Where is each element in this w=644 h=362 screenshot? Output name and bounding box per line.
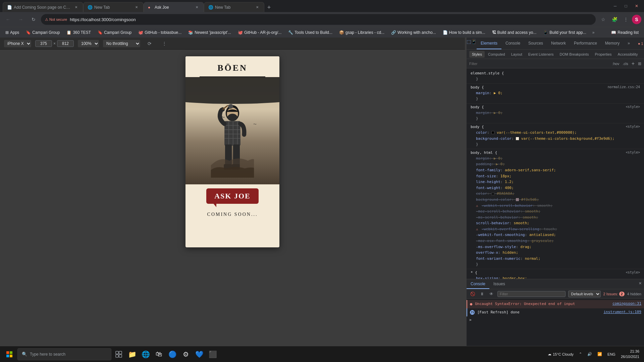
bookmark-howto[interactable]: 📄 How to build a sim... <box>440 29 488 36</box>
settings-button[interactable]: ⋮ <box>621 14 631 25</box>
prop-value: : smooth; <box>533 203 553 208</box>
forward-button[interactable]: → <box>15 14 26 25</box>
sub-tab-styles[interactable]: Styles <box>469 51 485 58</box>
extensions-button[interactable]: 🧩 <box>609 14 620 25</box>
tray-weather[interactable]: ☁ 15°C Cloudy <box>546 351 576 358</box>
close-console[interactable]: ✕ <box>636 279 644 287</box>
throttle-select[interactable]: No throttling <box>103 40 140 47</box>
sub-tab-computed[interactable]: Computed <box>485 51 508 58</box>
bookmark-360test-label: 360 TEST <box>73 30 91 35</box>
new-tab-button[interactable]: + <box>264 3 274 12</box>
filter-input[interactable] <box>469 62 610 66</box>
start-button[interactable] <box>3 348 16 361</box>
bookmark-apps[interactable]: ⊞ Apps <box>3 29 22 36</box>
profile-avatar[interactable]: S <box>632 15 641 24</box>
taskbar-search[interactable]: 🔍 Type here to search <box>17 348 111 360</box>
device-select[interactable]: iPhone X <box>4 40 31 47</box>
error-badge[interactable]: ● 1 <box>637 40 644 48</box>
console-pause[interactable]: ⏸ <box>479 291 485 297</box>
bookmark-gsap[interactable]: 📦 gsap - Libraries - cd... <box>336 29 387 36</box>
tab-2-close[interactable]: ✕ <box>134 5 139 10</box>
taskbar-edge[interactable]: 🌐 <box>140 348 152 360</box>
tray-icons[interactable]: ⌃ <box>577 351 584 358</box>
tab-performance[interactable]: Performance <box>570 38 601 49</box>
console-clear[interactable]: 🚫 <box>469 291 476 297</box>
tab-sources[interactable]: Sources <box>524 38 547 49</box>
tab-1-close[interactable]: ✕ <box>73 5 79 10</box>
device-icon[interactable]: 📱 <box>471 38 477 46</box>
tab-3-close[interactable]: ✕ <box>194 5 200 10</box>
console-tab-issues[interactable]: Issues <box>489 279 509 289</box>
close-button[interactable]: ✕ <box>632 1 641 11</box>
console-filter-input[interactable] <box>497 291 566 297</box>
taskbar-vscode[interactable]: 💙 <box>193 348 205 360</box>
bookmark-anchor[interactable]: 🔗 Working with ancho... <box>388 29 439 36</box>
console-tab-console[interactable]: Console <box>467 279 489 289</box>
height-input[interactable] <box>57 40 74 47</box>
maximize-button[interactable]: □ <box>621 1 631 11</box>
bookmark-newest[interactable]: 📚 Newest 'javascript'... <box>185 29 234 36</box>
rule-source-style3[interactable]: <style> <box>626 150 640 155</box>
tray-lang[interactable]: ENG <box>605 351 618 358</box>
error-source[interactable]: comingsoon:31 <box>612 301 641 306</box>
bookmarks-more[interactable]: » <box>590 29 597 36</box>
back-button[interactable]: ← <box>3 14 13 25</box>
zoom-select[interactable]: 100% <box>78 40 99 47</box>
rotate-button[interactable]: ⟳ <box>144 38 155 49</box>
cls-toggle[interactable]: .cls <box>623 62 628 66</box>
taskbar-store[interactable]: 🛍 <box>153 348 165 360</box>
reading-list[interactable]: 📖 Reading list <box>608 29 641 36</box>
rule-source-normalize[interactable]: normalize.css:24 <box>608 85 640 89</box>
tab-4[interactable]: 🌐 New Tab ✕ <box>204 2 264 12</box>
console-level-select[interactable]: Default levels <box>568 291 601 297</box>
console-prompt[interactable]: > <box>467 316 644 323</box>
sub-tab-accessibility[interactable]: Accessibility <box>615 51 641 58</box>
tab-memory[interactable]: Memory <box>601 38 624 49</box>
taskbar-terminal[interactable]: ⬛ <box>207 348 219 360</box>
tab-console[interactable]: Console <box>501 38 524 49</box>
taskbar-chrome[interactable]: 🔵 <box>166 348 178 360</box>
hov-toggle[interactable]: :hov <box>612 62 619 66</box>
tab-network[interactable]: Network <box>547 38 570 49</box>
system-tray: ☁ 15°C Cloudy ⌃ 🔊 📶 ENG 21:36 26/10/2021 <box>546 348 641 361</box>
tab-4-close[interactable]: ✕ <box>255 5 260 10</box>
bookmark-github1[interactable]: 🐙 GitHub - tobiasbue... <box>136 29 184 36</box>
info-source[interactable]: instrument.js:109 <box>603 310 641 314</box>
bookmark-button[interactable]: ☆ <box>598 14 608 25</box>
css-rule-body-normalize: body { normalize.css:24 margin: ▶ 0; } <box>467 84 644 104</box>
sub-tab-dom-breakpoints[interactable]: DOM Breakpoints <box>557 51 592 58</box>
bookmark-github2[interactable]: 🐙 GitHub - AR-js-org/... <box>235 29 284 36</box>
rule-source-style1[interactable]: <style> <box>626 105 640 109</box>
console-eye[interactable]: 👁 <box>488 291 495 297</box>
more-options-button[interactable]: ⋮ <box>159 38 170 49</box>
minimize-button[interactable]: ─ <box>610 1 620 11</box>
sub-tab-event-listeners[interactable]: Event Listeners <box>526 51 556 58</box>
sub-tab-layout[interactable]: Layout <box>508 51 525 58</box>
bookmark-firstapp[interactable]: 📱 Build your first app... <box>540 29 589 36</box>
sub-tab-properties[interactable]: Properties <box>592 51 614 58</box>
tray-clock[interactable]: 21:36 26/10/2021 <box>619 348 641 361</box>
bookmark-tools[interactable]: 🔧 Tools Used to Build... <box>285 29 335 36</box>
style-grid-toggle[interactable]: ⊞ <box>638 61 641 66</box>
bookmark-build[interactable]: 🏗 Build and access yo... <box>489 29 539 36</box>
tray-volume[interactable]: 📶 <box>595 351 604 358</box>
tab-elements[interactable]: Elements <box>477 38 501 49</box>
address-bar[interactable]: ⚠ Not secure https://localhost:3000/comi… <box>41 14 596 25</box>
taskbar-task-view[interactable] <box>113 348 125 360</box>
bookmark-360test[interactable]: 📋 360 TEST <box>64 29 94 36</box>
taskbar-file-explorer[interactable]: 📁 <box>126 348 138 360</box>
width-input[interactable] <box>35 40 52 47</box>
tray-network[interactable]: 🔊 <box>585 351 594 358</box>
tab-1[interactable]: 📄 Add Coming Soon page on CUR... ✕ <box>3 2 83 12</box>
tab-2[interactable]: 🌐 New Tab ✕ <box>83 2 144 12</box>
rule-source-style4[interactable]: <style> <box>626 270 640 275</box>
refresh-button[interactable]: ↻ <box>28 14 39 25</box>
bookmark-campari1[interactable]: 🔖 Campari Group <box>23 29 62 36</box>
bookmark-campari2[interactable]: 🔖 Campari Group <box>95 29 134 36</box>
inspect-icon[interactable]: ⬚ <box>467 38 471 46</box>
rule-source-style2[interactable]: <style> <box>626 125 640 129</box>
taskbar-settings[interactable]: ⚙ <box>180 348 192 360</box>
tab-3[interactable]: ● Ask Joe ✕ <box>144 2 204 12</box>
add-style[interactable]: + <box>632 61 635 67</box>
tab-more[interactable]: » <box>624 38 634 49</box>
